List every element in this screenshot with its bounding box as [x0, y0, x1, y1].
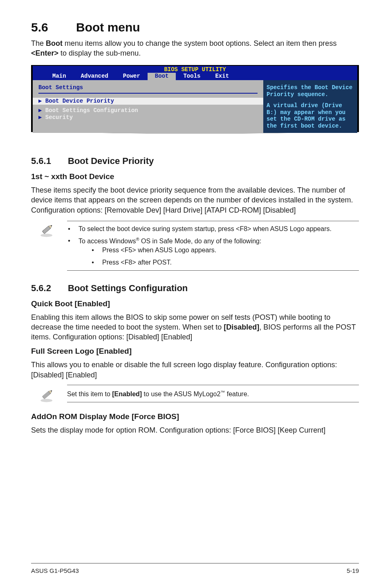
bios-tab-main: Main [45, 73, 74, 80]
bios-item-security: ▶ Security [38, 114, 258, 121]
bold-disabled: [Disabled] [224, 323, 259, 331]
arrow-icon: ▶ [38, 98, 45, 104]
bios-tab-boot: Boot [148, 73, 176, 80]
bios-help-panel: Specifies the Boot Device Priority seque… [263, 80, 357, 133]
subheading-number: 5.6.2 [31, 283, 68, 294]
arrow-icon: ▶ [38, 107, 45, 114]
note-top-rule [67, 385, 359, 385]
footer-rule [31, 563, 359, 563]
bios-tab-power: Power [116, 73, 148, 80]
text-span: Set this item to [67, 391, 112, 397]
note-box-2: Set this item to [Enabled] to use the AS… [38, 385, 359, 406]
subheading-title: Boot Device Priority [68, 156, 154, 166]
text-span: to use the ASUS MyLogo2 [142, 391, 220, 397]
paragraph-addon-rom: Sets the display mode for option ROM. Co… [31, 425, 359, 435]
bold-enabled: [Enabled] [112, 391, 142, 397]
bios-tab-exit: Exit [208, 73, 236, 80]
bios-help-text-2: A virtual drive (Drive B:) may appear wh… [267, 102, 354, 130]
registered-mark: ® [136, 237, 139, 242]
bios-tab-bar: Main Advanced Power Boot Tools Exit [33, 73, 357, 80]
bios-divider [38, 93, 258, 94]
text-span: feature. [225, 391, 249, 397]
pencil-note-icon [38, 221, 56, 240]
note-bottom-rule [67, 402, 359, 402]
bios-screenshot: BIOS SETUP UTILITY Main Advanced Power B… [31, 65, 359, 133]
svg-point-7 [40, 399, 52, 402]
note-text-span: OS in Safe Mode, do any of the following… [139, 238, 262, 245]
note-body: • To select the boot device suring syste… [67, 221, 359, 274]
paragraph-quick-boot: Enabling this item allows the BIOS to sk… [31, 312, 359, 342]
heading-addon-rom: AddOn ROM Display Mode [Force BIOS] [31, 412, 359, 421]
bullet-icon: • [91, 246, 95, 255]
bios-left-panel: Boot Settings ▶ Boot Device Priority ▶ B… [33, 80, 263, 133]
bios-item-boot-settings-config: ▶ Boot Settings Configuration [38, 107, 258, 114]
paragraph-full-screen-logo: This allows you to enable or disable the… [31, 360, 359, 380]
trademark-mark: ™ [220, 390, 225, 395]
intro-text-2: menu items allow you to change the syste… [63, 39, 336, 47]
intro-text-3: to display the sub-menu. [58, 49, 141, 57]
heading-full-screen-logo: Full Screen Logo [Enabled] [31, 347, 359, 356]
intro-bold-boot: Boot [46, 39, 63, 47]
arrow-icon: ▶ [38, 114, 45, 121]
note-text-line: Set this item to [Enabled] to use the AS… [67, 388, 359, 399]
bios-title: BIOS SETUP UTILITY [33, 66, 357, 73]
heading-title: Boot menu [76, 20, 140, 34]
bios-item-boot-device-priority: ▶ Boot Device Priority [33, 98, 263, 105]
footer-left: ASUS G1-P5G43 [31, 567, 79, 574]
note-bullet-2: • To access Windows® OS in Safe Mode, do… [67, 236, 359, 267]
note-text: Press <F8> after POST. [102, 258, 359, 267]
bios-tab-tools: Tools [176, 73, 208, 80]
page-footer: ASUS G1-P5G43 5-19 [31, 567, 359, 574]
bios-item-label: Security [45, 114, 73, 121]
bios-section-title: Boot Settings [38, 84, 258, 91]
svg-point-0 [40, 233, 52, 237]
note-bottom-rule [67, 270, 359, 271]
bios-item-label: Boot Settings Configuration [45, 107, 138, 114]
bios-body: Boot Settings ▶ Boot Device Priority ▶ B… [33, 80, 357, 133]
bullet-icon: • [91, 258, 95, 267]
note-top-rule [67, 221, 359, 221]
note-text: To access Windows® OS in Safe Mode, do a… [78, 236, 359, 267]
bios-tab-advanced: Advanced [74, 73, 116, 80]
note-text-span: To access Windows [78, 238, 136, 245]
subheading-561: 5.6.1Boot Device Priority [31, 156, 359, 166]
paragraph-561: These items specify the boot device prio… [31, 185, 359, 215]
intro-bold-enter: <Enter> [31, 49, 58, 57]
bios-help-text-1: Specifies the Boot Device Priority seque… [267, 84, 354, 98]
bios-bottom-curve [31, 132, 359, 139]
note-sub-bullet-2: • Press <F8> after POST. [91, 258, 359, 267]
heading-quick-boot: Quick Boot [Enabled] [31, 299, 359, 308]
bios-item-label: Boot Device Priority [45, 98, 114, 104]
note-bullet-1: • To select the boot device suring syste… [67, 224, 359, 233]
note-text: Press <F5> when ASUS Logo appears. [102, 246, 359, 255]
pencil-note-icon [38, 386, 56, 405]
subheading-562: 5.6.2Boot Settings Configuration [31, 283, 359, 294]
intro-text: The [31, 39, 46, 47]
bullet-icon: • [67, 224, 71, 233]
page-heading: 5.6Boot menu [31, 20, 359, 34]
intro-paragraph: The Boot menu items allow you to change … [31, 38, 359, 58]
heading-number: 5.6 [31, 20, 76, 34]
heading-1st-boot-device: 1st ~ xxth Boot Device [31, 172, 359, 181]
footer-right: 5-19 [347, 567, 359, 574]
note-box-1: • To select the boot device suring syste… [38, 221, 359, 274]
bullet-icon: • [67, 236, 71, 267]
subheading-title: Boot Settings Configuration [68, 283, 188, 293]
note-sub-bullet-1: • Press <F5> when ASUS Logo appears. [91, 246, 359, 255]
note-text: To select the boot device suring system … [78, 224, 359, 233]
note-body: Set this item to [Enabled] to use the AS… [67, 385, 359, 406]
subheading-number: 5.6.1 [31, 156, 68, 166]
